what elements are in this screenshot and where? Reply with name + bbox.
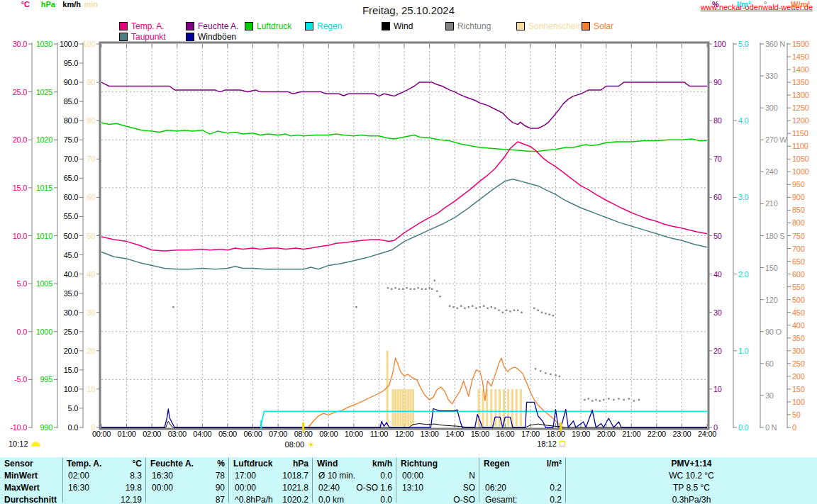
direction-dot bbox=[545, 313, 547, 315]
axis-tick-label: 400 bbox=[792, 321, 817, 330]
weather-plot bbox=[0, 0, 817, 504]
axis-tick-label: 100 bbox=[68, 40, 95, 48]
direction-dot bbox=[559, 376, 561, 378]
table-cell-pmv: WC 10.2 °C bbox=[567, 471, 816, 481]
table-header: Sensor bbox=[4, 459, 33, 469]
sunshine-bar bbox=[404, 389, 406, 426]
table-cell-value: O-SO 1.6 bbox=[317, 483, 392, 493]
direction-dot bbox=[355, 306, 357, 308]
direction-dot bbox=[494, 307, 496, 309]
direction-dot bbox=[434, 279, 436, 281]
x-axis-label: 03:00 bbox=[164, 430, 191, 438]
table-header-unit: km/h bbox=[317, 459, 392, 469]
axis-tick-label: 70 bbox=[713, 155, 742, 163]
sunshine-bar bbox=[516, 389, 518, 426]
axis-tick-label: 1200 bbox=[792, 116, 817, 125]
direction-dot bbox=[413, 288, 416, 290]
sunshine-bar bbox=[391, 389, 394, 426]
direction-dot bbox=[509, 310, 511, 313]
direction-dot bbox=[623, 399, 625, 401]
axis-tick-label: 1005 bbox=[26, 279, 52, 288]
axis-tick-label: 1010 bbox=[26, 232, 52, 240]
direction-dot bbox=[410, 288, 412, 290]
direction-dot bbox=[449, 305, 451, 307]
x-axis-label: 15:00 bbox=[467, 430, 494, 438]
axis-tick-label: 2.0 bbox=[738, 270, 767, 279]
x-axis-label: 06:00 bbox=[240, 430, 267, 438]
sunshine-bar bbox=[507, 389, 509, 426]
x-axis-label: 01:00 bbox=[113, 430, 140, 438]
axis-tick-label: 70 bbox=[68, 155, 95, 163]
sunrise-sun-icon: ☀ bbox=[304, 439, 315, 450]
x-axis-label: 20:00 bbox=[593, 430, 620, 438]
axis-tick-label: 25.0 bbox=[51, 327, 78, 336]
axis-tick-label: 300 bbox=[765, 103, 794, 112]
direction-dot bbox=[540, 370, 542, 372]
table-cell-value: 0.0 bbox=[317, 471, 392, 481]
table-cell-value: 1021.8 bbox=[233, 483, 309, 493]
axis-tick-label: 3.0 bbox=[738, 193, 767, 201]
stats-table: SensorTemp. A.°CFeuchte A.%LuftdruckhPaW… bbox=[0, 457, 817, 504]
direction-dot bbox=[545, 372, 547, 374]
x-axis-label: 13:00 bbox=[416, 430, 443, 438]
axis-tick-label: 1400 bbox=[792, 65, 817, 74]
axis-tick-label: 1500 bbox=[792, 40, 817, 48]
axis-tick-label: 800 bbox=[792, 218, 817, 227]
axis-tick-label: 0 N bbox=[765, 423, 794, 432]
axis-tick-label: 15.0 bbox=[51, 366, 78, 374]
day-length: 10:12 bbox=[9, 439, 40, 448]
table-header-unit: % bbox=[150, 459, 225, 469]
direction-dot bbox=[498, 309, 500, 311]
direction-dot bbox=[491, 306, 493, 308]
axis-tick-label: 950 bbox=[792, 180, 817, 189]
table-cell-value: 87 bbox=[150, 495, 225, 504]
direction-dot bbox=[521, 312, 523, 314]
direction-dot bbox=[417, 287, 419, 289]
axis-tick-label: 270 W bbox=[765, 135, 794, 144]
axis-tick-label: 90 O bbox=[765, 327, 794, 336]
x-axis-label: 07:00 bbox=[265, 430, 291, 438]
direction-dot bbox=[608, 398, 610, 400]
axis-tick-label: 650 bbox=[792, 257, 817, 266]
direction-dot bbox=[399, 288, 401, 290]
axis-tick-label: 250 bbox=[792, 359, 817, 368]
axis-tick-label: 1100 bbox=[792, 142, 817, 150]
table-column-separator bbox=[145, 458, 146, 503]
direction-dot bbox=[402, 288, 404, 290]
axis-tick-label: 900 bbox=[792, 193, 817, 201]
axis-tick-label: 75.0 bbox=[51, 135, 78, 144]
x-axis-label: 16:00 bbox=[491, 430, 518, 438]
axis-tick-label: 990 bbox=[26, 423, 52, 432]
x-axis-label: 23:00 bbox=[668, 430, 695, 438]
axis-tick-label: 700 bbox=[792, 245, 817, 253]
table-column-separator bbox=[62, 458, 63, 503]
direction-dot bbox=[436, 290, 438, 292]
axis-tick-label: 200 bbox=[792, 372, 817, 381]
axis-tick-label: 995 bbox=[26, 375, 52, 383]
sunrise-time: 08:00 bbox=[285, 440, 305, 449]
x-axis-label: 11:00 bbox=[365, 430, 392, 438]
direction-dot bbox=[599, 400, 601, 402]
direction-dot bbox=[506, 309, 508, 311]
axis-tick-label: 10 bbox=[68, 385, 95, 393]
sunset-marker: 18:12 bbox=[530, 439, 572, 448]
sunshine-bar bbox=[482, 389, 484, 426]
direction-dot bbox=[613, 399, 615, 401]
direction-dot bbox=[513, 309, 516, 311]
direction-dot bbox=[452, 306, 455, 308]
axis-tick-label: 5.0 bbox=[0, 279, 27, 288]
axis-tick-label: 360 N bbox=[765, 40, 794, 48]
axis-tick-label: 150 bbox=[765, 264, 794, 272]
sunshine-bar bbox=[407, 389, 409, 426]
axis-tick-label: 450 bbox=[792, 308, 817, 317]
axis-tick-label: 40 bbox=[68, 270, 95, 279]
sunshine-bar bbox=[402, 389, 404, 426]
direction-dot bbox=[468, 306, 470, 308]
half-sun-icon bbox=[31, 442, 40, 447]
direction-dot bbox=[394, 287, 396, 289]
axis-tick-label: 30.0 bbox=[0, 40, 27, 48]
table-cell-value: SO bbox=[401, 483, 475, 493]
axis-tick-label: 0.0 bbox=[738, 423, 767, 432]
axis-tick-label: 1015 bbox=[26, 184, 52, 192]
axis-tick-label: 40 bbox=[713, 270, 742, 279]
